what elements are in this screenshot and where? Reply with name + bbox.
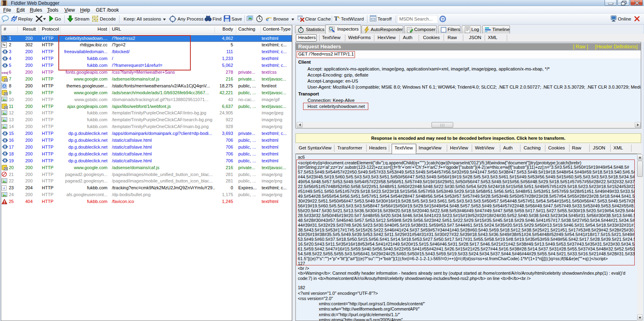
svg-text:JS: JS	[4, 93, 7, 95]
svg-text:T: T	[334, 15, 338, 22]
svg-text:JS: JS	[4, 79, 7, 82]
svg-text:JS: JS	[4, 168, 7, 170]
svg-text:JS: JS	[4, 106, 7, 109]
svg-text:?: ?	[442, 17, 444, 21]
svg-text:A: A	[3, 84, 6, 88]
